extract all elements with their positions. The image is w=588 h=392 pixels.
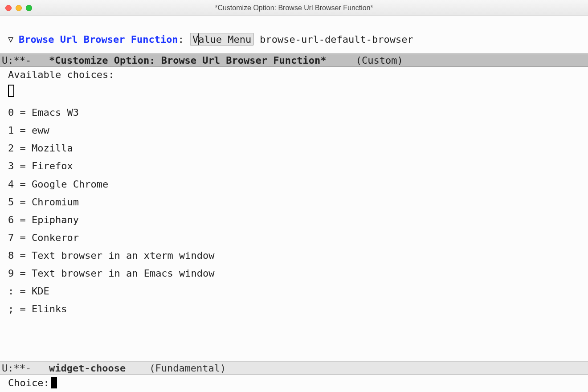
value-menu-rest: alue Menu	[198, 34, 251, 45]
window-title: *Customize Option: Browse Url Browser Fu…	[215, 4, 373, 12]
modeline-top[interactable]: U:**- *Customize Option: Browse Url Brow…	[0, 53, 588, 67]
minibuffer-prompt: Choice:	[8, 377, 49, 388]
modeline-status: U:**-	[2, 363, 31, 374]
choice-item[interactable]: : = KDE	[8, 282, 580, 300]
colon: :	[178, 34, 184, 45]
choice-item[interactable]: 5 = Chromium	[8, 193, 580, 211]
minimize-icon[interactable]	[16, 5, 22, 11]
modeline-mode: (Custom)	[356, 55, 403, 66]
choice-item[interactable]: 2 = Mozilla	[8, 139, 580, 157]
choice-item[interactable]: 7 = Conkeror	[8, 229, 580, 247]
window-titlebar: *Customize Option: Browse Url Browser Fu…	[0, 0, 588, 16]
modeline-buffer-name: widget-choose	[49, 363, 126, 374]
value-menu-v: V	[192, 34, 198, 45]
modeline-status: U:**-	[2, 55, 31, 66]
choice-item[interactable]: 8 = Text browser in an xterm window	[8, 247, 580, 265]
current-value: browse-url-default-browser	[260, 34, 413, 45]
option-name[interactable]: Browse Url Browser Function	[19, 34, 178, 45]
cursor-block	[51, 377, 57, 388]
choices-header: Available choices:	[8, 69, 580, 80]
modeline-bottom[interactable]: U:**- widget-choose (Fundamental)	[0, 361, 588, 375]
choice-item[interactable]: 6 = Epiphany	[8, 211, 580, 229]
modeline-buffer-name: *Customize Option: Browse Url Browser Fu…	[49, 55, 327, 66]
minibuffer[interactable]: Choice:	[0, 375, 588, 392]
close-icon[interactable]	[5, 5, 12, 11]
disclosure-triangle-icon[interactable]: ▽	[8, 35, 16, 44]
choice-item[interactable]: ; = Elinks	[8, 300, 580, 318]
modeline-mode: (Fundamental)	[149, 363, 226, 374]
choice-item[interactable]: 1 = eww	[8, 122, 580, 139]
choice-item[interactable]: 3 = Firefox	[8, 157, 580, 175]
value-menu-button[interactable]: Value Menu	[190, 33, 253, 45]
maximize-icon[interactable]	[26, 5, 32, 11]
choice-item[interactable]: 0 = Emacs W3	[8, 104, 580, 122]
choice-item[interactable]: 4 = Google Chrome	[8, 176, 580, 193]
window-controls	[5, 5, 32, 11]
widget-choose-buffer: Available choices: 0 = Emacs W31 = eww2 …	[0, 67, 588, 361]
point-cursor	[8, 85, 14, 97]
customize-buffer: ▽ Browse Url Browser Function: Value Men…	[0, 16, 588, 53]
choice-item[interactable]: 9 = Text browser in an Emacs window	[8, 265, 580, 282]
